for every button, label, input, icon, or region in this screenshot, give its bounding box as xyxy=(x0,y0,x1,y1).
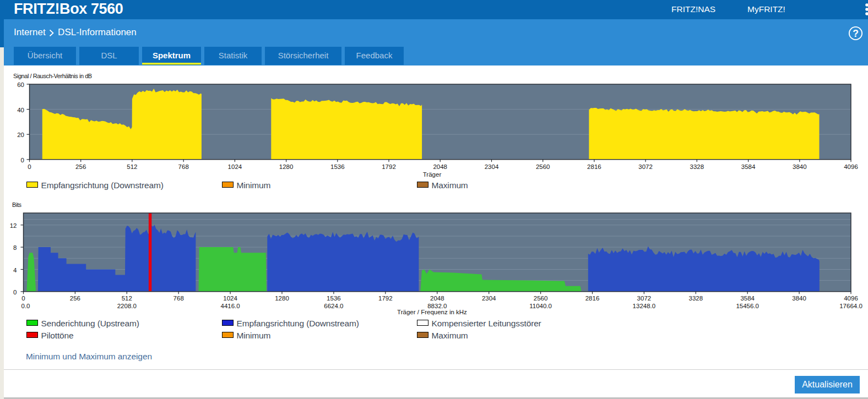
svg-text:3840: 3840 xyxy=(793,163,807,170)
svg-text:2048: 2048 xyxy=(433,163,447,170)
svg-text:2560: 2560 xyxy=(534,295,548,302)
svg-text:6624.0: 6624.0 xyxy=(324,303,343,309)
svg-text:3328: 3328 xyxy=(689,295,703,302)
svg-text:3328: 3328 xyxy=(690,163,704,170)
svg-text:Träger / Frequenz in kHz: Träger / Frequenz in kHz xyxy=(397,309,467,315)
svg-text:3840: 3840 xyxy=(792,295,806,302)
svg-text:1280: 1280 xyxy=(275,295,289,302)
svg-text:768: 768 xyxy=(173,295,184,302)
svg-text:0: 0 xyxy=(21,295,25,302)
svg-text:1536: 1536 xyxy=(327,295,341,302)
svg-text:Träger: Träger xyxy=(423,171,442,178)
svg-text:17664.0: 17664.0 xyxy=(839,303,862,309)
svg-text:4096: 4096 xyxy=(844,295,858,302)
svg-text:2208.0: 2208.0 xyxy=(117,303,137,309)
svg-text:60: 60 xyxy=(17,81,24,88)
svg-text:2304: 2304 xyxy=(485,163,499,170)
svg-text:2560: 2560 xyxy=(536,163,550,170)
svg-text:256: 256 xyxy=(75,163,86,170)
svg-text:2816: 2816 xyxy=(587,163,601,170)
svg-text:2816: 2816 xyxy=(585,295,600,302)
svg-text:20: 20 xyxy=(17,132,24,138)
svg-text:3072: 3072 xyxy=(638,163,653,170)
svg-text:0: 0 xyxy=(28,163,31,170)
svg-text:1792: 1792 xyxy=(382,163,396,170)
svg-text:512: 512 xyxy=(122,295,132,302)
svg-text:2048: 2048 xyxy=(430,295,444,302)
svg-text:0: 0 xyxy=(21,157,24,163)
svg-text:40: 40 xyxy=(17,107,24,113)
svg-text:768: 768 xyxy=(178,163,189,170)
svg-text:1280: 1280 xyxy=(279,163,294,170)
svg-text:4: 4 xyxy=(13,267,17,274)
svg-text:3072: 3072 xyxy=(637,295,652,302)
svg-text:0: 0 xyxy=(13,289,17,296)
svg-text:512: 512 xyxy=(127,163,137,170)
svg-text:0.0: 0.0 xyxy=(21,303,30,309)
svg-text:13248.0: 13248.0 xyxy=(633,303,656,309)
svg-text:4096: 4096 xyxy=(844,163,858,170)
svg-text:1536: 1536 xyxy=(330,163,345,170)
svg-text:15456.0: 15456.0 xyxy=(736,303,759,309)
svg-text:1792: 1792 xyxy=(378,295,393,302)
svg-text:11040.0: 11040.0 xyxy=(529,303,552,309)
svg-text:2304: 2304 xyxy=(482,295,496,302)
svg-text:12: 12 xyxy=(10,222,17,229)
svg-text:1024: 1024 xyxy=(223,295,237,302)
svg-text:8: 8 xyxy=(13,244,17,251)
svg-text:1024: 1024 xyxy=(228,163,242,170)
svg-text:3584: 3584 xyxy=(740,295,755,302)
svg-text:256: 256 xyxy=(70,295,80,302)
svg-text:3584: 3584 xyxy=(741,163,756,170)
svg-text:4416.0: 4416.0 xyxy=(221,303,240,309)
